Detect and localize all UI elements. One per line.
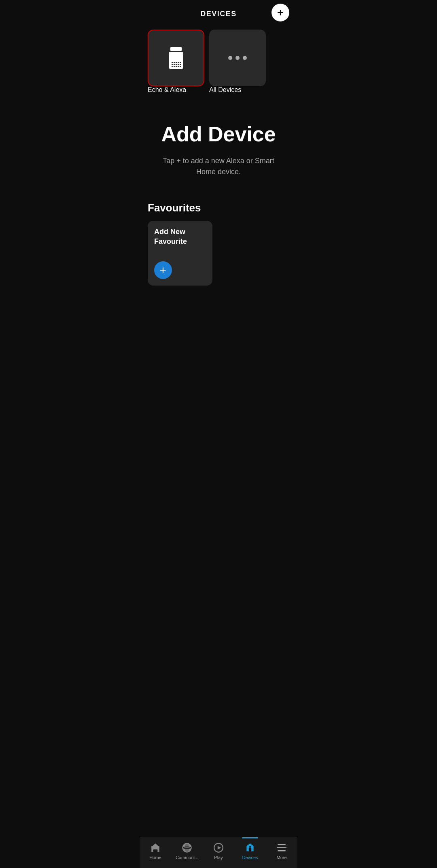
add-favourite-plus-icon: + <box>160 264 166 276</box>
add-favourite-card[interactable]: Add New Favourite + <box>148 221 212 286</box>
echo-dot-row-2 <box>172 64 181 65</box>
echo-body-dots <box>169 62 183 67</box>
svg-rect-3 <box>151 846 159 847</box>
echo-device-icon <box>169 47 183 69</box>
category-cards-container: Echo & Alexa All Devices <box>140 25 297 98</box>
svg-rect-9 <box>249 848 252 851</box>
add-favourite-button[interactable]: + <box>154 261 172 279</box>
add-device-button[interactable]: + <box>272 4 289 21</box>
echo-dot-row-1 <box>172 62 181 63</box>
svg-point-10 <box>249 846 251 848</box>
three-dots-icon <box>228 56 247 60</box>
page-header: DEVICES + <box>140 0 297 25</box>
echo-body <box>169 52 183 69</box>
nav-item-play[interactable]: Play <box>203 840 234 862</box>
echo-dot-row-3 <box>172 66 181 67</box>
echo-alexa-card-inner[interactable] <box>148 30 204 86</box>
home-nav-label: Home <box>149 855 161 860</box>
nav-item-community[interactable]: Communi... <box>171 840 203 862</box>
add-device-title: Add Device <box>161 123 276 146</box>
svg-marker-8 <box>218 846 221 850</box>
community-icon <box>181 842 193 853</box>
favourites-section: Favourites Add New Favourite + <box>140 194 297 286</box>
favourites-title: Favourites <box>148 202 289 214</box>
add-favourite-text: Add New Favourite <box>154 227 206 246</box>
play-icon-svg <box>213 842 224 853</box>
community-icon-svg <box>182 842 192 853</box>
plus-icon: + <box>277 7 284 18</box>
devices-active-indicator <box>242 837 258 838</box>
devices-icon <box>244 842 256 853</box>
all-devices-card[interactable]: All Devices <box>209 30 266 94</box>
community-nav-label: Communi... <box>176 855 198 860</box>
nav-item-more[interactable]: More <box>266 840 297 862</box>
home-icon <box>150 842 161 853</box>
devices-nav-label: Devices <box>242 855 258 860</box>
echo-alexa-label: Echo & Alexa <box>148 86 204 94</box>
svg-point-5 <box>185 843 189 852</box>
nav-item-home[interactable]: Home <box>140 840 171 862</box>
more-nav-label: More <box>276 855 286 860</box>
echo-alexa-card[interactable]: Echo & Alexa <box>148 30 204 94</box>
page-title: DEVICES <box>200 10 237 18</box>
all-devices-label: All Devices <box>209 86 266 94</box>
play-icon <box>213 842 224 853</box>
bottom-spacer <box>140 286 297 322</box>
play-nav-label: Play <box>214 855 223 860</box>
more-icon <box>276 842 287 853</box>
all-devices-card-inner[interactable] <box>209 30 266 86</box>
bottom-navigation: Home Communi... Play <box>140 837 297 868</box>
devices-icon-svg <box>245 842 255 853</box>
home-icon-svg <box>150 842 161 853</box>
svg-rect-2 <box>153 849 158 852</box>
echo-top <box>170 47 182 51</box>
add-device-section: Add Device Tap + to add a new Alexa or S… <box>140 98 297 194</box>
more-lines-icon <box>277 844 286 851</box>
nav-item-devices[interactable]: Devices <box>234 840 266 862</box>
add-device-subtitle: Tap + to add a new Alexa or Smart Home d… <box>156 156 281 177</box>
